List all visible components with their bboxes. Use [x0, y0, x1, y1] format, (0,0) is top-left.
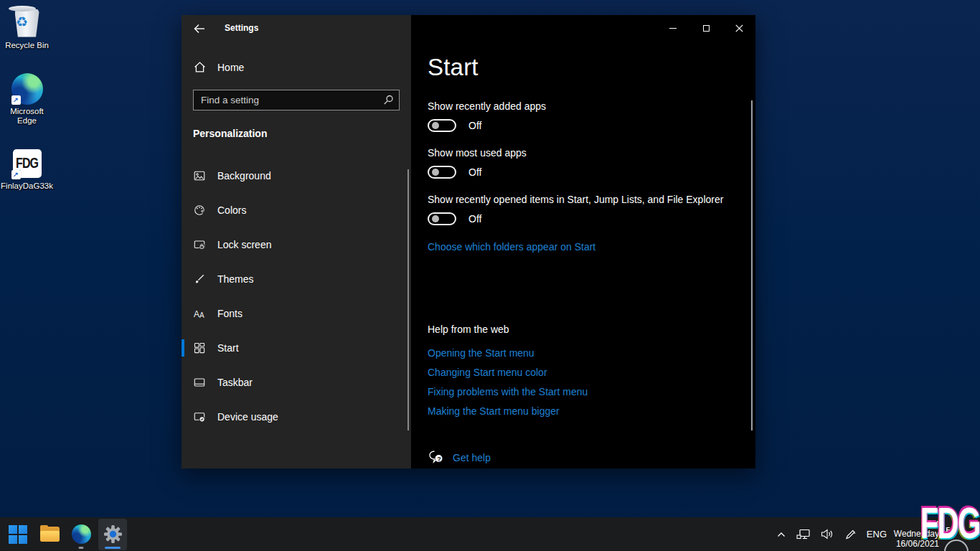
taskbar-icon	[194, 377, 205, 388]
clock-date: 16/06/2021	[894, 539, 939, 549]
network-icon[interactable]	[796, 529, 811, 540]
desktop-icon-label: Recycle Bin	[5, 41, 49, 50]
sidebar-nav-list: Background Colors	[182, 159, 411, 434]
toggle-label: Show recently opened items in Start, Jum…	[428, 194, 723, 205]
window-controls	[656, 15, 755, 42]
file-explorer-button[interactable]	[35, 519, 64, 550]
sidebar-item-colors[interactable]: Colors	[182, 193, 411, 227]
close-button[interactable]	[722, 15, 755, 42]
lock-screen-icon	[194, 239, 205, 250]
sidebar-item-start[interactable]: Start	[182, 331, 411, 365]
help-link[interactable]: Opening the Start menu	[428, 347, 588, 359]
close-icon	[735, 24, 743, 32]
sidebar-item-label: Colors	[217, 204, 246, 216]
sidebar-item-label: Device usage	[217, 411, 278, 423]
hidden-icons-chevron-icon[interactable]	[776, 530, 786, 539]
settings-main-panel: Start Show recently added apps Off Show …	[411, 15, 755, 468]
back-button[interactable]	[192, 21, 207, 37]
get-help-link[interactable]: Get help	[453, 452, 491, 463]
settings-sidebar: Settings Home Personalization	[182, 15, 411, 468]
toggle-recently-opened-items[interactable]	[428, 212, 456, 225]
language-indicator[interactable]: ENG	[867, 529, 887, 540]
recycle-bin-icon: ♻	[10, 6, 44, 39]
help-link[interactable]: Making the Start menu bigger	[428, 405, 588, 418]
toggle-row: Off	[428, 166, 481, 179]
sidebar-item-fonts[interactable]: A A Fonts	[182, 296, 411, 331]
taskbar-clock[interactable]: 00:4 Wednesday 16/06/2021	[894, 519, 939, 549]
desktop-icon-finlaydag33k[interactable]: FDG ↗ FinlayDaG33k	[0, 146, 54, 191]
svg-text:A: A	[194, 309, 199, 319]
toggle-state: Off	[468, 120, 481, 131]
sidebar-item-device-usage[interactable]: Device usage	[182, 400, 411, 434]
sidebar-item-taskbar[interactable]: Taskbar	[182, 365, 411, 400]
toggle-state: Off	[468, 213, 481, 225]
device-usage-icon	[194, 411, 205, 423]
selected-indicator	[182, 339, 184, 357]
desktop-icon-label: FinlayDaG33k	[1, 182, 53, 191]
edge-button[interactable]	[67, 519, 95, 550]
minimize-icon	[669, 28, 677, 29]
edge-icon: ↗	[10, 72, 44, 105]
shortcut-arrow-icon: ↗	[11, 170, 21, 179]
sidebar-item-label: Fonts	[217, 308, 242, 319]
toggle-knob	[432, 169, 439, 176]
taskbar: ENG 00:4 Wednesday 16/06/2021	[0, 517, 980, 551]
desktop-icon-label: Microsoft Edge	[0, 107, 54, 126]
active-indicator	[105, 547, 121, 549]
search-input[interactable]	[194, 90, 399, 110]
toggle-knob	[432, 215, 439, 222]
toggle-state: Off	[468, 166, 481, 178]
toggle-most-used-apps[interactable]	[428, 166, 456, 179]
folder-icon	[40, 527, 60, 542]
sidebar-item-label: Lock screen	[217, 239, 271, 250]
sidebar-item-label: Home	[217, 62, 244, 73]
clock-day: Wednesday	[894, 529, 939, 540]
sidebar-item-home[interactable]: Home	[182, 58, 411, 77]
desktop-icon-recycle-bin[interactable]: ♻ Recycle Bin	[0, 6, 54, 50]
search-icon[interactable]	[383, 95, 394, 105]
start-icon	[194, 342, 205, 354]
window-title: Settings	[225, 23, 258, 33]
desktop-icon-microsoft-edge[interactable]: ↗ Microsoft Edge	[0, 72, 54, 126]
background-icon	[194, 170, 205, 182]
toggle-label: Show recently added apps	[428, 100, 546, 112]
sidebar-item-label: Themes	[217, 273, 254, 285]
settings-button[interactable]	[98, 519, 127, 550]
volume-icon[interactable]	[821, 529, 834, 540]
maximize-button[interactable]	[689, 15, 722, 42]
fonts-icon: A A	[194, 308, 206, 319]
svg-text:?: ?	[437, 456, 441, 463]
content-scrollbar[interactable]	[751, 100, 753, 430]
shortcut-arrow-icon: ↗	[11, 95, 21, 105]
fdg-tile-icon: FDG ↗	[10, 146, 44, 180]
sidebar-section-heading: Personalization	[193, 128, 267, 139]
desktop: ♻ Recycle Bin ↗ Microsoft Edge FDG ↗ Fin…	[0, 0, 980, 551]
start-button[interactable]	[4, 519, 32, 550]
maximize-icon	[703, 25, 710, 32]
toggle-recently-added-apps[interactable]	[428, 119, 456, 132]
get-help-row: ? Get help	[428, 450, 491, 465]
sidebar-item-lock-screen[interactable]: Lock screen	[182, 227, 411, 262]
page-title: Start	[428, 54, 479, 81]
sidebar-scrollbar[interactable]	[407, 169, 409, 430]
help-link[interactable]: Fixing problems with the Start menu	[428, 386, 588, 398]
colors-icon	[194, 204, 205, 216]
choose-folders-link[interactable]: Choose which folders appear on Start	[428, 241, 595, 253]
toggle-knob	[432, 122, 439, 129]
sidebar-item-themes[interactable]: Themes	[182, 262, 411, 296]
sidebar-item-label: Start	[217, 342, 239, 354]
edge-icon	[72, 524, 91, 544]
help-links-list: Opening the Start menu Changing Start me…	[428, 347, 588, 425]
get-help-icon: ?	[428, 450, 444, 465]
toggle-row: Off	[428, 119, 481, 132]
toggle-label: Show most used apps	[428, 147, 527, 159]
pen-icon[interactable]	[844, 529, 857, 540]
clock-time: 00:4	[894, 519, 939, 529]
svg-text:A: A	[199, 311, 204, 319]
help-link[interactable]: Changing Start menu color	[428, 367, 588, 379]
running-indicator	[79, 547, 84, 549]
toggle-row: Off	[428, 212, 481, 225]
home-icon	[194, 61, 206, 73]
minimize-button[interactable]	[656, 15, 689, 42]
sidebar-item-background[interactable]: Background	[182, 159, 411, 193]
